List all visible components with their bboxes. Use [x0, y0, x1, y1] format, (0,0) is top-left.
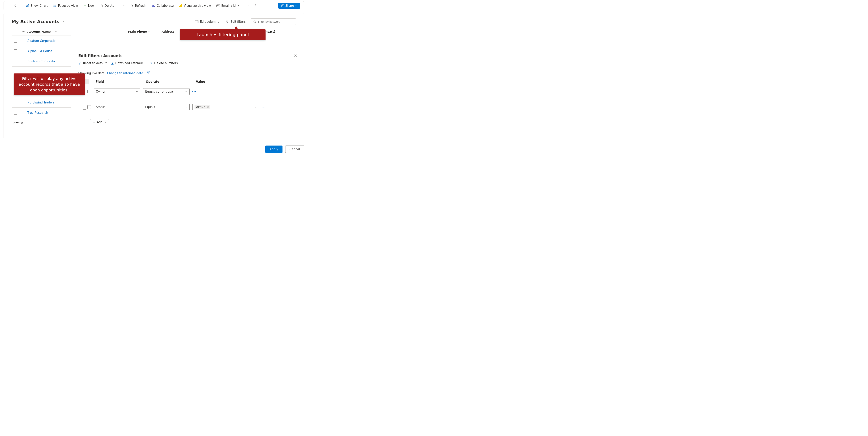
- condition-more[interactable]: [192, 91, 196, 92]
- focused-view-button[interactable]: Focused view: [51, 3, 80, 8]
- svg-rect-30: [22, 32, 23, 33]
- svg-point-4: [54, 5, 54, 6]
- svg-text:T: T: [153, 5, 153, 7]
- filter-icon: [226, 20, 229, 23]
- table-row[interactable]: Alpine Ski House: [12, 46, 71, 56]
- close-icon[interactable]: [207, 106, 209, 108]
- email-split-caret[interactable]: [247, 3, 252, 8]
- mail-icon: [216, 4, 220, 7]
- refresh-button[interactable]: Refresh: [128, 3, 148, 8]
- chart-icon: [26, 4, 29, 7]
- edit-columns-button[interactable]: Edit columns: [193, 19, 221, 24]
- table-row[interactable]: Adatum Corporation: [12, 35, 71, 46]
- annotation-top: Launches filtering panel: [180, 29, 266, 40]
- plus-icon: [84, 4, 87, 7]
- account-link[interactable]: Contoso Corporate: [27, 60, 55, 63]
- email-link-button[interactable]: Email a Link: [214, 3, 241, 8]
- condition-checkbox[interactable]: [87, 90, 91, 93]
- refresh-icon: [130, 4, 133, 7]
- overflow-menu[interactable]: [253, 3, 258, 8]
- svg-point-27: [254, 21, 255, 22]
- account-link[interactable]: Alpine Ski House: [27, 49, 52, 53]
- delete-split-caret[interactable]: [122, 3, 127, 8]
- operator-select[interactable]: Equals: [143, 104, 190, 110]
- svg-rect-24: [195, 20, 198, 23]
- account-link[interactable]: Adatum Corporation: [27, 39, 57, 42]
- cancel-button[interactable]: Cancel: [285, 146, 304, 153]
- condition-checkbox[interactable]: [87, 105, 91, 109]
- keyword-search[interactable]: [251, 18, 296, 25]
- row-checkbox[interactable]: [14, 60, 18, 63]
- account-link[interactable]: Northwind Traders: [27, 101, 55, 104]
- new-button[interactable]: New: [82, 3, 96, 8]
- panel-footer: Apply Cancel: [265, 146, 304, 153]
- reset-filters-button[interactable]: Reset to default: [78, 61, 106, 65]
- delete-all-filters-button[interactable]: Delete all filters: [150, 61, 178, 65]
- operator-select[interactable]: Equals current user: [143, 88, 190, 95]
- chevron-down-icon: [136, 90, 138, 93]
- chevron-down-icon: [55, 31, 57, 33]
- col-header-phone[interactable]: Main Phone: [128, 30, 161, 33]
- table-row[interactable]: Trey Research: [12, 108, 71, 118]
- chevron-down-icon: [185, 90, 187, 93]
- row-checkbox[interactable]: [14, 111, 18, 115]
- apply-button[interactable]: Apply: [265, 146, 282, 153]
- select-all-checkbox[interactable]: [14, 30, 18, 33]
- condition-more[interactable]: [262, 107, 265, 108]
- svg-rect-22: [217, 4, 220, 7]
- filter-builder: Field Operator Value Owner Equals curren…: [78, 79, 297, 125]
- chevron-down-icon: [148, 31, 150, 33]
- svg-point-5: [54, 6, 54, 7]
- table-row[interactable]: Northwind Traders: [12, 97, 71, 108]
- value-chip[interactable]: Active: [194, 105, 210, 109]
- svg-rect-11: [101, 5, 102, 7]
- field-select[interactable]: Owner: [94, 88, 140, 95]
- table-row[interactable]: Contoso Corporate: [12, 56, 71, 66]
- close-button[interactable]: [294, 54, 297, 57]
- delete-button[interactable]: Delete: [98, 3, 116, 8]
- chevron-down-icon: [61, 20, 64, 23]
- chevron-down-icon: [136, 106, 138, 108]
- row-checkbox[interactable]: [14, 70, 18, 73]
- svg-rect-20: [180, 5, 181, 7]
- share-button[interactable]: Share: [278, 3, 300, 9]
- back-button[interactable]: [12, 3, 18, 8]
- divider: [21, 4, 21, 8]
- account-link[interactable]: Trey Research: [27, 111, 48, 115]
- visualize-button[interactable]: Visualize this view: [177, 3, 213, 8]
- chevron-down-icon: [185, 106, 187, 108]
- focused-view-label: Focused view: [58, 4, 78, 7]
- svg-point-37: [148, 71, 149, 72]
- row-checkbox[interactable]: [14, 101, 18, 104]
- col-header-name[interactable]: Account Name: [27, 30, 128, 33]
- collaborate-label: Collaborate: [157, 4, 174, 7]
- email-link-label: Email a Link: [221, 4, 239, 7]
- download-fetchxml-button[interactable]: Download FetchXML: [111, 61, 145, 65]
- trash-icon: [100, 4, 103, 7]
- row-checkbox[interactable]: [14, 39, 18, 42]
- col-value: Value: [196, 80, 205, 84]
- refresh-label: Refresh: [135, 4, 146, 7]
- keyword-input[interactable]: [258, 20, 293, 24]
- share-label: Share: [285, 4, 294, 7]
- hierarchy-icon[interactable]: [20, 30, 27, 33]
- edit-columns-label: Edit columns: [200, 20, 219, 24]
- row-checkbox[interactable]: [14, 49, 18, 53]
- command-bar: Show Chart Focused view New Delete Refre…: [4, 1, 304, 10]
- plus-icon: [93, 121, 95, 124]
- show-chart-button[interactable]: Show Chart: [24, 3, 50, 8]
- chevron-down-icon: [254, 106, 257, 108]
- field-select[interactable]: Status: [94, 104, 140, 110]
- change-retained-link[interactable]: Change to retained data: [107, 71, 143, 75]
- add-condition-button[interactable]: Add: [90, 119, 109, 125]
- annotation-left: Filter will display any active account r…: [14, 74, 85, 95]
- view-title-dropdown[interactable]: My Active Accounts: [12, 19, 64, 24]
- collaborate-button[interactable]: T Collaborate: [150, 3, 176, 8]
- svg-rect-19: [179, 6, 180, 7]
- svg-point-18: [154, 5, 155, 5]
- value-select[interactable]: Active: [192, 104, 259, 110]
- sort-asc-icon: [52, 30, 54, 33]
- new-label: New: [88, 4, 94, 7]
- edit-filters-button[interactable]: Edit filters: [224, 19, 247, 24]
- view-title-text: My Active Accounts: [12, 19, 59, 24]
